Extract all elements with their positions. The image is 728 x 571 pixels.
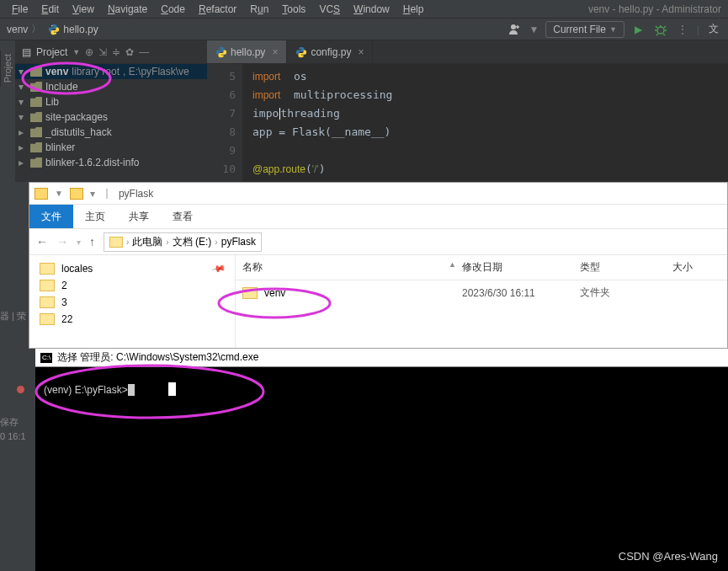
chevron-icon[interactable]: ▾: [19, 81, 27, 93]
expand-icon[interactable]: ⇲: [98, 46, 107, 58]
collapse-icon[interactable]: ≑: [112, 46, 120, 58]
ide-menubar: File Edit View Navigate Code Refactor Ru…: [0, 0, 728, 19]
project-tool-icon: ▤: [22, 46, 31, 58]
close-icon[interactable]: ×: [358, 46, 364, 58]
explorer-file-list[interactable]: 名称 ▲ 修改日期 类型 大小 venv2023/6/30 16:11文件夹: [236, 255, 727, 348]
ribbon-tab-view[interactable]: 查看: [161, 205, 205, 228]
quick-access-item[interactable]: locales📌: [29, 260, 235, 277]
menu-code[interactable]: Code: [156, 2, 190, 17]
run-config-dropdown[interactable]: Current File ▼: [545, 21, 624, 38]
tree-node[interactable]: ▾ Include: [15, 79, 207, 94]
cmd-prompt: (venv) E:\pyFlask>: [44, 384, 128, 396]
run-icon[interactable]: ▶: [631, 22, 646, 37]
settings-icon[interactable]: ✿: [125, 46, 134, 58]
menu-refactor[interactable]: Refactor: [194, 2, 242, 17]
cmd-titlebar[interactable]: C:\ 选择 管理员: C:\Windows\System32\cmd.exe: [35, 349, 728, 367]
tree-node[interactable]: ▾ venv library root , E:\pyFlask\ve: [15, 64, 207, 79]
watermark: CSDN @Ares-Wang: [619, 550, 718, 563]
cmd-block-cursor: [168, 382, 176, 396]
ribbon-tab-file[interactable]: 文件: [29, 205, 73, 228]
tab-label: hello.py: [231, 46, 265, 58]
menu-run[interactable]: Run: [245, 2, 274, 17]
nav-back-icon[interactable]: ←: [36, 235, 48, 248]
folder-icon: [109, 237, 123, 248]
path-seg-pc[interactable]: 此电脑: [132, 235, 162, 249]
editor-tab[interactable]: hello.py×: [207, 40, 287, 63]
chevron-icon[interactable]: ▸: [19, 157, 27, 168]
debug-icon[interactable]: [653, 22, 668, 37]
chevron-icon[interactable]: ▾: [19, 96, 27, 108]
menu-vcs[interactable]: VCS: [314, 2, 345, 17]
hide-icon[interactable]: —: [139, 46, 149, 58]
tree-node[interactable]: ▸ _distutils_hack: [15, 125, 207, 140]
address-path[interactable]: › 此电脑 › 文档 (E:) › pyFlask: [104, 232, 262, 252]
menu-tools[interactable]: Tools: [277, 2, 311, 17]
fragment-text: 器 | 荣: [0, 310, 26, 323]
menu-window[interactable]: Window: [348, 2, 395, 17]
file-row[interactable]: venv2023/6/30 16:11文件夹: [236, 280, 727, 305]
nav-up-icon[interactable]: ↑: [89, 235, 95, 248]
quick-access-item[interactable]: 3: [29, 294, 235, 311]
code-editor[interactable]: 5678910 import os import multiprocessing…: [207, 64, 728, 182]
folder-icon: [30, 67, 42, 77]
chevron-icon[interactable]: ▸: [19, 126, 27, 138]
folder-icon: [35, 188, 48, 200]
column-headers[interactable]: 名称 ▲ 修改日期 类型 大小: [236, 255, 727, 280]
window-title-tail: venv - hello.py - Administrator: [588, 3, 721, 15]
editor-code[interactable]: import os import multiprocessing impothr…: [242, 64, 392, 182]
menu-file[interactable]: File: [7, 2, 33, 17]
folder-icon: [30, 82, 42, 92]
close-icon[interactable]: ×: [272, 46, 278, 58]
menu-view[interactable]: View: [67, 2, 99, 17]
svg-point-3: [657, 27, 664, 34]
nav-forward-icon[interactable]: →: [56, 235, 68, 248]
project-title[interactable]: Project: [36, 46, 67, 58]
tree-node[interactable]: ▸ blinker-1.6.2.dist-info: [15, 155, 207, 170]
col-name[interactable]: 名称: [236, 255, 442, 280]
folder-name: 2: [61, 280, 67, 291]
explorer-titlebar[interactable]: ▼ ▾ ｜ pyFlask: [29, 183, 727, 205]
menu-help[interactable]: Help: [398, 2, 429, 17]
col-size[interactable]: 大小: [666, 255, 699, 280]
folder-icon: [30, 127, 42, 137]
ribbon-tab-share[interactable]: 共享: [117, 205, 161, 228]
tree-label: blinker-1.6.2.dist-info: [45, 157, 139, 168]
project-tool-label[interactable]: Project: [0, 51, 14, 86]
fragment-text: 保存: [0, 416, 19, 429]
folder-icon: [30, 112, 42, 122]
quick-access-item[interactable]: 2: [29, 277, 235, 294]
nav-recent-icon[interactable]: ▾: [77, 237, 81, 247]
search-icon[interactable]: 文: [706, 22, 721, 37]
folder-icon: [242, 287, 258, 299]
breadcrumb-root[interactable]: venv: [7, 24, 28, 35]
more-icon[interactable]: ⋮: [675, 22, 690, 37]
folder-icon: [40, 280, 55, 291]
chevron-icon[interactable]: ▾: [19, 66, 27, 77]
python-file-icon: [295, 46, 307, 58]
menu-edit[interactable]: Edit: [36, 2, 64, 17]
tree-node[interactable]: ▾ site-packages: [15, 109, 207, 125]
ribbon-tab-home[interactable]: 主页: [73, 205, 117, 228]
project-tree[interactable]: ▾ venv library root , E:\pyFlask\ve▾ Inc…: [15, 64, 207, 182]
chevron-icon[interactable]: ▸: [19, 141, 27, 153]
editor-tab[interactable]: config.py×: [287, 40, 373, 63]
chevron-icon[interactable]: ▾: [19, 111, 27, 123]
explorer-sidebar[interactable]: locales📌2322: [29, 255, 236, 348]
file-explorer-window: ▼ ▾ ｜ pyFlask 文件 主页 共享 查看 ← → ▾ ↑ › 此电脑 …: [29, 182, 728, 349]
tree-node[interactable]: ▾ Lib: [15, 94, 207, 109]
locate-icon[interactable]: ⊕: [85, 46, 93, 58]
cmd-terminal[interactable]: (venv) E:\pyFlask>: [35, 367, 728, 403]
path-seg-folder[interactable]: pyFlask: [221, 236, 256, 248]
breadcrumb-file[interactable]: hello.py: [63, 24, 98, 35]
col-type[interactable]: 类型: [573, 255, 666, 280]
tree-node[interactable]: ▸ blinker: [15, 140, 207, 155]
menu-navigate[interactable]: Navigate: [103, 2, 152, 17]
path-seg-drive[interactable]: 文档 (E:): [173, 235, 212, 249]
tree-path: , E:\pyFlask\ve: [123, 66, 189, 77]
user-icon[interactable]: [508, 23, 522, 36]
explorer-title: pyFlask: [119, 188, 153, 200]
svg-point-0: [52, 25, 53, 26]
folder-icon: [40, 263, 55, 275]
col-date[interactable]: 修改日期: [455, 255, 573, 280]
quick-access-item[interactable]: 22: [29, 311, 235, 328]
